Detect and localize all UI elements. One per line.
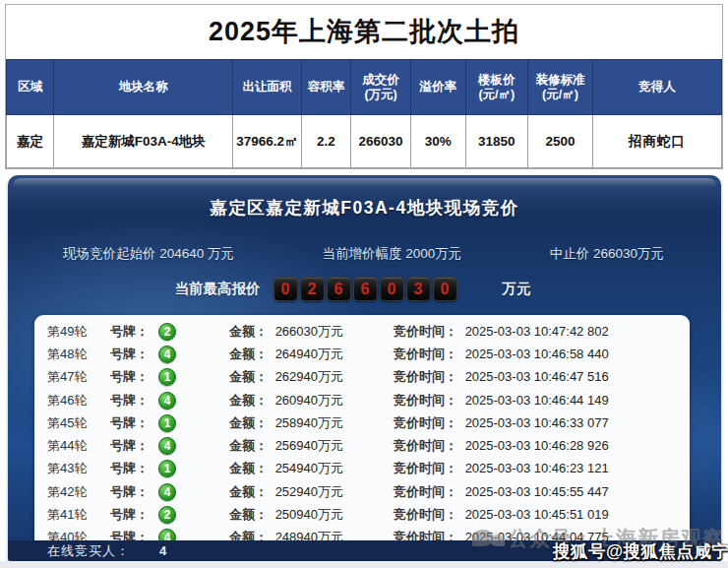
- plate-label: 号牌：: [110, 323, 149, 341]
- amount-value: 266030万元: [275, 324, 343, 339]
- bid-amount-group: 金额： 262940万元: [229, 368, 394, 386]
- bid-row: 第45轮 号牌： 1 金额： 258940万元 竞价时间： 2025-03-03…: [34, 411, 690, 434]
- bid-plate-group: 号牌： 4: [110, 437, 229, 455]
- time-value: 2025-03-03 10:46:58 440: [465, 347, 609, 361]
- amount-value: 264940万元: [275, 347, 343, 361]
- bid-plate-group: 号牌： 2: [110, 506, 229, 524]
- bid-time-group: 竞价时间： 2025-03-03 10:46:28 926: [394, 437, 690, 455]
- bid-plate-group: 号牌： 4: [110, 483, 229, 501]
- amount-value: 258940万元: [275, 415, 343, 430]
- bid-time-group: 竞价时间： 2025-03-03 10:46:23 121: [394, 460, 690, 477]
- plate-label: 号牌：: [110, 437, 149, 455]
- time-label: 竞价时间：: [394, 393, 457, 408]
- col-header-winner: 竞得人: [593, 60, 722, 115]
- plate-number-badge: 4: [158, 346, 176, 363]
- bid-round-label: 第48轮: [47, 346, 110, 363]
- land-summary-section: 2025年上海第二批次土拍 区域 地块名称 出让面积 容积率 成交价(万元) 溢…: [5, 4, 723, 169]
- amount-label: 金额：: [229, 461, 268, 475]
- bid-time-group: 竞价时间： 2025-03-03 10:45:51 019: [394, 506, 690, 524]
- amount-label: 金额：: [229, 484, 268, 499]
- plate-label: 号牌：: [110, 506, 149, 524]
- bid-row: 第42轮 号牌： 4 金额： 252940万元 竞价时间： 2025-03-03…: [34, 480, 690, 503]
- auction-stats: 现场竞价起始价 204640 万元 当前增价幅度 2000万元 中止价 2660…: [63, 245, 664, 263]
- bid-amount-group: 金额： 256940万元: [229, 437, 394, 455]
- plate-number-badge: 4: [158, 392, 176, 410]
- watermark-souhu: 搜狐号@搜狐焦点咸宁站: [553, 539, 728, 563]
- time-value: 2025-03-03 10:46:33 077: [465, 415, 609, 430]
- screen: 2025年上海第二批次土拍 区域 地块名称 出让面积 容积率 成交价(万元) 溢…: [0, 0, 728, 568]
- bid-round-label: 第45轮: [47, 414, 110, 432]
- bid-time-group: 竞价时间： 2025-03-03 10:47:42 802: [394, 323, 690, 341]
- bid-round-label: 第41轮: [47, 506, 110, 524]
- bid-amount-group: 金额： 260940万元: [229, 392, 394, 410]
- time-label: 竞价时间：: [394, 415, 457, 430]
- increment-stat: 当前增价幅度 2000万元: [322, 245, 461, 263]
- plate-number-badge: 1: [158, 460, 176, 477]
- plate-number-badge: 4: [158, 437, 176, 455]
- bid-row: 第43轮 号牌： 1 金额： 254940万元 竞价时间： 2025-03-03…: [34, 458, 690, 480]
- time-value: 2025-03-03 10:46:47 516: [465, 369, 609, 384]
- cell-winner: 招商蛇口: [593, 115, 722, 168]
- plate-number-badge: 2: [158, 506, 176, 524]
- online-bidders-label: 在线竞买人：: [47, 542, 130, 560]
- start-price-stat: 现场竞价起始价 204640 万元: [63, 245, 234, 263]
- time-label: 竞价时间：: [394, 438, 457, 453]
- amount-value: 260940万元: [275, 393, 343, 408]
- bid-plate-group: 号牌： 2: [110, 323, 229, 341]
- plate-label: 号牌：: [110, 368, 149, 386]
- bid-amount-group: 金额： 258940万元: [229, 414, 394, 432]
- cell-price: 266030: [351, 115, 410, 168]
- amount-label: 金额：: [229, 507, 268, 522]
- land-table-header-row: 区域 地块名称 出让面积 容积率 成交价(万元) 溢价率 楼板价(元/㎡) 装修…: [7, 60, 722, 115]
- time-label: 竞价时间：: [394, 324, 457, 339]
- auction-panel: 嘉定区嘉定新城F03A-4地块现场竞价 现场竞价起始价 204640 万元 当前…: [8, 175, 721, 561]
- online-bidders-value: 4: [159, 543, 166, 558]
- plate-label: 号牌：: [110, 392, 149, 410]
- cell-plot-ratio: 2.2: [301, 115, 351, 168]
- plate-label: 号牌：: [110, 483, 149, 501]
- bid-history-list: 第49轮 号牌： 2 金额： 266030万元 竞价时间： 2025-03-03…: [34, 315, 690, 551]
- bid-amount-group: 金额： 266030万元: [229, 323, 394, 341]
- bid-plate-group: 号牌： 4: [110, 392, 229, 410]
- bid-digit: 2: [300, 277, 325, 301]
- cell-floor-price: 31850: [465, 115, 527, 168]
- cell-region: 嘉定: [7, 115, 54, 168]
- col-header-floor-price: 楼板价(元/㎡): [465, 60, 527, 115]
- cell-plot-name: 嘉定新城F03A-4地块: [53, 115, 232, 168]
- bid-row: 第41轮 号牌： 2 金额： 250940万元 竞价时间： 2025-03-03…: [34, 503, 690, 526]
- page-title: 2025年上海第二批次土拍: [6, 5, 722, 59]
- plate-label: 号牌：: [110, 414, 149, 432]
- bid-digit: 3: [406, 277, 431, 301]
- bid-plate-group: 号牌： 4: [110, 346, 229, 363]
- amount-value: 262940万元: [275, 369, 343, 384]
- col-header-price: 成交价(万元): [351, 60, 410, 115]
- time-label: 竞价时间：: [394, 461, 457, 475]
- cell-decoration: 2500: [527, 115, 592, 168]
- bid-row: 第44轮 号牌： 4 金额： 256940万元 竞价时间： 2025-03-03…: [34, 434, 690, 457]
- highest-bid-label: 当前最高报价: [175, 280, 261, 298]
- bid-row: 第49轮 号牌： 2 金额： 266030万元 竞价时间： 2025-03-03…: [34, 320, 690, 343]
- stop-price-stat: 中止价 266030万元: [550, 245, 664, 263]
- time-label: 竞价时间：: [394, 369, 457, 384]
- bid-row: 第46轮 号牌： 4 金额： 260940万元 竞价时间： 2025-03-03…: [34, 389, 690, 411]
- bid-digit: 0: [380, 277, 404, 301]
- amount-value: 256940万元: [275, 438, 343, 453]
- bid-round-label: 第47轮: [47, 368, 110, 386]
- auction-title: 嘉定区嘉定新城F03A-4地块现场竞价: [8, 175, 721, 220]
- amount-label: 金额：: [229, 369, 268, 384]
- bid-time-group: 竞价时间： 2025-03-03 10:46:47 516: [394, 368, 690, 386]
- amount-label: 金额：: [229, 393, 268, 408]
- time-value: 2025-03-03 10:46:44 149: [465, 393, 609, 408]
- time-value: 2025-03-03 10:45:51 019: [465, 507, 609, 522]
- bid-time-group: 竞价时间： 2025-03-03 10:46:33 077: [394, 414, 690, 432]
- plate-number-badge: 4: [158, 483, 176, 501]
- amount-value: 254940万元: [275, 461, 343, 475]
- bid-digit: 6: [353, 277, 378, 301]
- amount-label: 金额：: [229, 347, 268, 361]
- col-header-region: 区域: [7, 60, 54, 115]
- col-header-area: 出让面积: [233, 60, 301, 115]
- bid-time-group: 竞价时间： 2025-03-03 10:46:58 440: [394, 346, 690, 363]
- plate-label: 号牌：: [110, 460, 149, 477]
- bid-row: 第47轮 号牌： 1 金额： 262940万元 竞价时间： 2025-03-03…: [34, 366, 690, 389]
- chat-bubbles-icon: [472, 528, 510, 551]
